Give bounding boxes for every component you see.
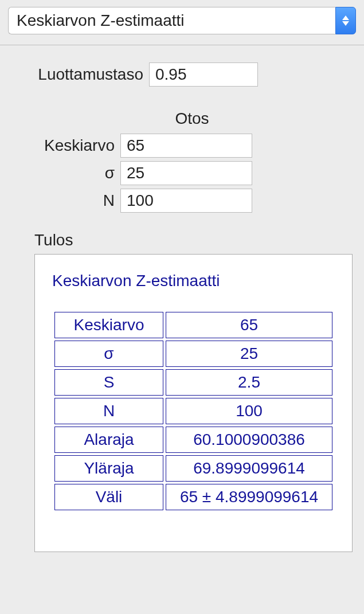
result-row-label: N (54, 398, 163, 424)
confidence-label: Luottamustaso (11, 65, 149, 84)
result-row-label: S (54, 369, 163, 396)
estimator-select-value: Keskiarvon Z-estimaatti (8, 7, 335, 34)
result-row-label: Väli (54, 484, 163, 510)
sample-column-header: Otos (126, 109, 258, 128)
table-row: Yläraja69.8999099614 (54, 455, 332, 482)
result-row-label: Alaraja (54, 427, 163, 453)
result-row-label: Keskiarvo (54, 312, 163, 338)
mean-label: Keskiarvo (11, 136, 120, 155)
result-table: Keskiarvo65σ25S2.5N100Alaraja60.10009003… (52, 310, 335, 513)
result-row-value: 2.5 (166, 369, 332, 396)
sigma-input[interactable] (120, 161, 252, 185)
input-form: Luottamustaso Otos Keskiarvo σ N Tulos K… (0, 45, 364, 558)
result-row-value: 65 (166, 312, 332, 338)
table-row: Keskiarvo65 (54, 312, 332, 338)
result-panel: Keskiarvon Z-estimaatti Keskiarvo65σ25S2… (34, 254, 353, 552)
result-row-value: 25 (166, 341, 332, 367)
svg-marker-1 (342, 21, 349, 26)
confidence-input[interactable] (149, 62, 258, 87)
table-row: Väli65 ± 4.8999099614 (54, 484, 332, 510)
table-row: Alaraja60.1000900386 (54, 427, 332, 453)
result-row-value: 65 ± 4.8999099614 (166, 484, 332, 510)
svg-marker-0 (342, 15, 349, 20)
result-title: Keskiarvon Z-estimaatti (52, 272, 335, 290)
table-row: N100 (54, 398, 332, 424)
table-row: S2.5 (54, 369, 332, 396)
result-row-value: 60.1000900386 (166, 427, 332, 453)
n-label: N (11, 191, 120, 210)
result-row-value: 100 (166, 398, 332, 424)
dropdown-stepper-icon (335, 7, 356, 34)
result-section-label: Tulos (34, 231, 353, 249)
table-row: σ25 (54, 341, 332, 367)
result-row-value: 69.8999099614 (166, 455, 332, 482)
sigma-label: σ (11, 164, 120, 182)
n-input[interactable] (120, 189, 252, 213)
estimator-select[interactable]: Keskiarvon Z-estimaatti (8, 7, 356, 34)
result-row-label: Yläraja (54, 455, 163, 482)
result-row-label: σ (54, 341, 163, 367)
mean-input[interactable] (120, 134, 252, 158)
